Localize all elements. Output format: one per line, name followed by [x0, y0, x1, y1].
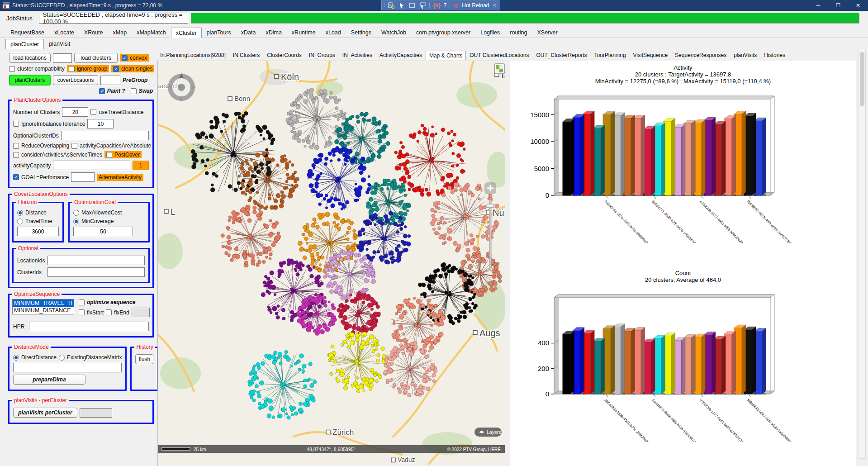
paint-checkbox[interactable]: ✓Paint ?: [99, 88, 125, 94]
tab-xcluster[interactable]: xCluster: [171, 28, 202, 38]
tab-plantours[interactable]: planTours: [202, 27, 236, 38]
content-tab-planvisits[interactable]: planVisits: [730, 50, 760, 60]
content-tab-in-planninglocations-9288-[interactable]: In.PlanningLocations[9288]: [157, 50, 229, 60]
tab-routing[interactable]: routing: [505, 27, 532, 38]
listbox-item-minimum_distance[interactable]: MINIMUM_DISTANCE: [13, 307, 74, 314]
content-tab-tourplanning[interactable]: TourPlanning: [591, 50, 630, 60]
show-layout-icon[interactable]: [388, 2, 395, 9]
ignore-imbalance-checkbox[interactable]: IgnoreImbalanceTolerance: [13, 121, 85, 127]
hot-reload-disabled-icon[interactable]: ⊖: [453, 2, 459, 9]
tab-xserver[interactable]: XServer: [532, 27, 563, 38]
content-tab-out-clusterreports[interactable]: OUT_ClusterReports: [532, 50, 590, 60]
activity-capacity-input[interactable]: [53, 161, 130, 170]
hpr-input[interactable]: [29, 322, 149, 331]
activity-capacities-absolute-checkbox[interactable]: activityCapacitiesAreAbsolute: [71, 143, 151, 149]
tab-watchjob[interactable]: WatchJob: [376, 27, 411, 38]
tab-xmap[interactable]: xMap: [108, 27, 132, 38]
select-element-icon[interactable]: [398, 2, 405, 9]
existing-distance-matrix-radio[interactable]: ExistingDistanceMatrix: [59, 354, 122, 361]
clean-singles-checkbox[interactable]: ✓clean singles: [111, 65, 154, 72]
tab-xlocate[interactable]: xLocate: [49, 27, 79, 38]
direct-distance-radio[interactable]: DirectDistance: [13, 354, 57, 361]
sequence-mode-listbox[interactable]: MINIMUM_TRAVEL_TIMINIMUM_DISTANCE: [12, 299, 74, 314]
layers-button[interactable]: Layers: [474, 428, 502, 437]
content-tab-clustercoords[interactable]: ClusterCoords: [263, 50, 305, 60]
goal-input[interactable]: [71, 172, 95, 182]
min-coverage-radio[interactable]: MinCoverage: [73, 218, 114, 224]
subtab-plancluster[interactable]: planCluster: [5, 39, 44, 49]
load-clusters-button[interactable]: load clusters: [74, 53, 118, 63]
listbox-item-minimum_travel_ti[interactable]: MINIMUM_TRAVEL_TI: [13, 300, 74, 307]
tab-xruntime[interactable]: xRuntime: [287, 27, 321, 38]
horizon-distance-radio[interactable]: Distance: [17, 209, 47, 216]
horizon-traveltime-radio[interactable]: TravelTime: [17, 218, 52, 224]
close-button[interactable]: ✕: [848, 0, 868, 11]
content-tab-in-groups[interactable]: IN_Groups: [305, 50, 339, 60]
post-cover-checkbox[interactable]: PostCover: [104, 151, 142, 158]
tab-xmapmatch[interactable]: xMapMatch: [132, 27, 171, 38]
tab-xdata[interactable]: xData: [236, 27, 261, 38]
overview-map-toggle[interactable]: [494, 64, 504, 74]
consider-activities-checkbox[interactable]: considerActivitiesAsServiceTimes: [13, 152, 102, 158]
cluster-compatibility-checkbox[interactable]: cluster compatibility: [9, 66, 65, 72]
vertical-scrollbar[interactable]: [859, 50, 866, 459]
hot-reload-label[interactable]: Hot Reload: [462, 2, 489, 9]
content-tab-out-clusteredlocations[interactable]: OUT ClusteredLocations: [466, 50, 532, 60]
fix-start-checkbox[interactable]: fixStart: [79, 309, 104, 316]
cover-locations-button[interactable]: coverLocations: [53, 75, 98, 85]
toolbar-grip-icon[interactable]: ⁞⁞: [384, 3, 384, 8]
load-locations-count-input[interactable]: [53, 53, 72, 63]
symbols-icon[interactable]: {o}: [433, 2, 441, 9]
content-tab-visitsequence[interactable]: VisitSequence: [630, 50, 672, 60]
map-viewport[interactable]: aastrichtKölnBonnErfLNüAugsZürichVaduzLa…: [157, 61, 504, 466]
cluster-ids-input[interactable]: [47, 267, 145, 277]
ignore-group-checkbox[interactable]: ignore group: [67, 65, 109, 72]
tab-xroute[interactable]: XRoute: [79, 27, 108, 38]
tab-xload[interactable]: xLoad: [321, 27, 346, 38]
tab-logfiles[interactable]: Logfiles: [475, 27, 505, 38]
max-allowed-cost-radio[interactable]: MaxAllowedCost: [73, 209, 122, 216]
zoom-in-button[interactable]: [484, 182, 496, 194]
plan-clusters-button[interactable]: planClusters: [9, 75, 51, 86]
flush-button[interactable]: flush: [135, 354, 153, 364]
pregroup-input[interactable]: [100, 76, 120, 85]
maximize-button[interactable]: ☐: [828, 0, 848, 11]
convex-checkbox[interactable]: ✓convex: [120, 54, 149, 62]
content-tab-histories[interactable]: Histories: [760, 50, 789, 60]
swap-checkbox[interactable]: Swap: [131, 88, 153, 94]
fix-end-checkbox[interactable]: fixEnd: [106, 309, 129, 316]
scrollbar-thumb[interactable]: [860, 52, 864, 106]
optional-cluster-ids-input[interactable]: [61, 131, 149, 140]
plan-visits-per-cluster-button[interactable]: planVisits perCluster: [13, 408, 77, 418]
location-ids-input[interactable]: [47, 256, 145, 265]
toolbar-overflow-chevron[interactable]: <: [493, 2, 496, 9]
goal-performance-checkbox[interactable]: ✓GOAL=Perfomance: [13, 174, 69, 181]
load-locations-button[interactable]: load locations: [9, 53, 51, 63]
select-window-icon[interactable]: [419, 2, 426, 9]
number-of-clusters-input[interactable]: [62, 107, 88, 117]
prepare-dima-button[interactable]: prepareDima: [13, 375, 85, 385]
minimize-button[interactable]: ─: [808, 0, 828, 11]
dima-input[interactable]: [13, 363, 122, 372]
map-canvas[interactable]: aastrichtKölnBonnErfLNüAugsZürichVaduzLa…: [158, 61, 505, 466]
coverage-value-input[interactable]: [73, 227, 133, 236]
imbalance-tolerance-input[interactable]: [87, 119, 114, 128]
horizon-value-input[interactable]: [17, 227, 59, 236]
subtab-planvisit[interactable]: planVisit: [44, 38, 75, 49]
alternative-activity-label[interactable]: AlternativeActivity: [97, 174, 143, 181]
activity-capacity-factor-input[interactable]: [133, 161, 149, 170]
content-tab-activitycapacities[interactable]: ActivityCapacities: [376, 50, 426, 60]
job-status-value[interactable]: Status=SUCCEEDED , elapsedTime=9 s , pro…: [39, 13, 188, 24]
content-tab-in-clusters[interactable]: IN Clusters: [229, 50, 263, 60]
content-tab-in-activities[interactable]: IN_Activities: [339, 50, 376, 60]
show-boxes-icon[interactable]: [408, 2, 416, 9]
optimize-sequence-checkbox[interactable]: optimize sequence: [79, 299, 135, 305]
reduce-overlapping-checkbox[interactable]: ReduceOverlapping: [13, 143, 69, 149]
content-tab-sequenceresponses[interactable]: SequenceResponses: [671, 50, 730, 60]
content-tab-map-charts[interactable]: Map & Charts: [426, 51, 466, 60]
tab-com-ptvgroup-xserver[interactable]: com.ptvgroup.xserver: [411, 27, 475, 38]
tab-xdima[interactable]: xDima: [261, 27, 286, 38]
tab-settings[interactable]: Settings: [346, 27, 376, 38]
use-travel-distance-checkbox[interactable]: useTravelDistance: [90, 109, 143, 115]
tab-requestbase[interactable]: RequestBase: [5, 27, 49, 38]
